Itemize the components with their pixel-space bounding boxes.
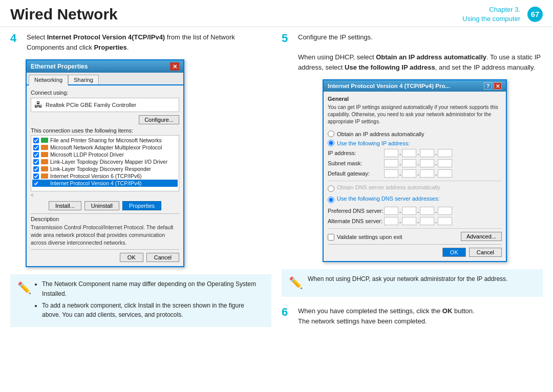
item-checkbox-1[interactable] (33, 138, 39, 143)
alternate-dns-input: . . . (384, 217, 452, 225)
ethernet-dialog-wrap: Ethernet Properties ✕ Networking Sharing… (26, 59, 271, 267)
alternate-dns-1[interactable] (384, 217, 398, 225)
advanced-btn[interactable]: Advanced... (461, 232, 502, 241)
ipv4-subnet-row: Subnet mask: . . . (328, 159, 502, 167)
ipv4-dialog-wrap: Internet Protocol Version 4 (TCP/IPv4) P… (287, 79, 543, 262)
subnet-octet-3[interactable] (420, 159, 434, 167)
controller-icon: 🖧 (34, 100, 42, 110)
list-item: Internet Protocol Version 6 (TCP/IPv6) (32, 172, 178, 180)
uninstall-btn[interactable]: Uninstall (84, 201, 119, 210)
preferred-dns-2[interactable] (402, 207, 416, 215)
alternate-dns-2[interactable] (402, 217, 416, 225)
item-icon-1 (41, 138, 48, 143)
subnet-label: Subnet mask: (328, 160, 384, 166)
item-label-2: Microsoft Network Adapter Multiplexor Pr… (50, 144, 162, 150)
ipv4-radio-auto-input[interactable] (328, 130, 334, 137)
ipv4-gateway-row: Default gateway: . . . (328, 169, 502, 178)
note-box-right: ✏️ When not using DHCP, ask your network… (282, 269, 543, 297)
item-checkbox-2[interactable] (33, 145, 39, 150)
ipv4-radio-auto-label: Obtain an IP address automatically (337, 131, 424, 137)
ipv4-dns-auto-input[interactable] (328, 185, 334, 192)
subnet-octet-2[interactable] (402, 159, 416, 167)
preferred-dns-4[interactable] (438, 207, 452, 215)
connect-row: 🖧 Realtek PCIe GBE Family Controller (31, 98, 179, 112)
chapter-label: Chapter 3. (489, 6, 520, 13)
ipv4-dns-manual-input[interactable] (328, 197, 334, 203)
step5-text1: Configure the IP settings. (298, 33, 373, 41)
step5-bold1: Obtain an IP address automatically (376, 53, 486, 61)
ip-octet-2[interactable] (402, 149, 416, 157)
ethernet-titlebar: Ethernet Properties ✕ (27, 60, 183, 73)
ethernet-tabs: Networking Sharing (27, 73, 183, 85)
note-item-1: The Network Component name may differ de… (42, 279, 264, 298)
step6-bold: OK (442, 307, 453, 315)
left-column: 4 Select Internet Protocol Version 4(TCP… (10, 32, 271, 333)
ethernet-tab-networking[interactable]: Networking (29, 75, 68, 85)
gateway-octet-2[interactable] (402, 169, 416, 178)
subnet-octet-1[interactable] (384, 159, 398, 167)
item-checkbox-5[interactable] (33, 166, 39, 172)
ip-input: . . . (384, 149, 452, 157)
step6-text2: The network settings have been completed… (298, 317, 427, 325)
ip-octet-3[interactable] (420, 149, 434, 157)
step4-num: 4 (10, 32, 22, 52)
chapter-info: Chapter 3. Using the computer 67 (462, 5, 543, 24)
ipv4-help-btn[interactable]: ? (484, 82, 492, 90)
ipv4-dns-manual-row: Use the following DNS server addresses: (328, 195, 502, 204)
ipv4-radio-manual-input[interactable] (328, 140, 334, 146)
item-checkbox-7[interactable] (33, 181, 39, 186)
ethernet-cancel-btn[interactable]: Cancel (146, 253, 179, 262)
ethernet-tab-sharing[interactable]: Sharing (68, 75, 99, 84)
validate-row: Validate settings upon exit (328, 234, 402, 241)
ipv4-close-btn[interactable]: ✕ (494, 82, 502, 90)
list-item: Link-Layer Topology Discovery Mapper I/O… (32, 158, 178, 165)
item-checkbox-6[interactable] (33, 173, 39, 179)
list-item: File and Printer Sharing for Microsoft N… (32, 137, 178, 144)
ipv4-titlebar: Internet Protocol Version 4 (TCP/IPv4) P… (324, 80, 506, 92)
ipv4-dialog: Internet Protocol Version 4 (TCP/IPv4) P… (323, 79, 507, 262)
ip-octet-1[interactable] (384, 149, 398, 157)
item-label-6: Internet Protocol Version 6 (TCP/IPv6) (50, 173, 142, 179)
ipv4-alternate-dns-row: Alternate DNS server: . . . (328, 217, 502, 225)
step5-num: 5 (282, 32, 293, 72)
page-title: Wired Network (10, 6, 118, 23)
step4-bold2: Properties (94, 43, 127, 51)
step5-block: 5 Configure the IP settings. When using … (282, 32, 543, 72)
preferred-dns-3[interactable] (420, 207, 434, 215)
desc-label: Description (31, 213, 179, 222)
gateway-octet-4[interactable] (438, 169, 452, 178)
ethernet-ok-btn[interactable]: OK (120, 253, 143, 262)
gateway-octet-1[interactable] (384, 169, 398, 178)
alternate-dns-3[interactable] (420, 217, 434, 225)
subnet-octet-4[interactable] (438, 159, 452, 167)
gateway-octet-3[interactable] (420, 169, 434, 178)
item-label-3: Microsoft LLDP Protocol Driver (50, 151, 124, 158)
chapter-sub: Using the computer (462, 15, 520, 23)
install-row: Install... Uninstall Properties (31, 201, 179, 210)
ipv4-divider2 (328, 228, 502, 229)
item-icon-5 (41, 166, 48, 171)
ipv4-cancel-btn[interactable]: Cancel (469, 248, 502, 257)
ipv4-dns-auto-row: Obtain DNS server address automatically (328, 184, 502, 193)
item-checkbox-4[interactable] (33, 159, 39, 165)
item-checkbox-3[interactable] (33, 152, 39, 158)
dns-auto-label: Obtain DNS server address automatically (337, 184, 440, 190)
ethernet-close-btn[interactable]: ✕ (170, 62, 179, 71)
alternate-dns-4[interactable] (438, 217, 452, 225)
ipv4-bottom-row: Validate settings upon exit Advanced... (328, 232, 502, 244)
properties-btn[interactable]: Properties (122, 201, 161, 210)
ipv4-ok-btn[interactable]: OK (442, 248, 466, 257)
note-text-left: The Network Component name may differ de… (35, 279, 264, 321)
step4-bold1: Internet Protocol Version 4(TCP/IPv4) (47, 33, 165, 41)
validate-checkbox[interactable] (328, 234, 334, 241)
ethernet-dialog-title: Ethernet Properties (31, 63, 88, 70)
ip-octet-4[interactable] (438, 149, 452, 157)
note-icon-left: ✏️ (17, 279, 30, 321)
note-text-right: When not using DHCP, ask your network ad… (308, 274, 507, 292)
configure-btn[interactable]: Configure... (139, 115, 179, 124)
ipv4-title: Internet Protocol Version 4 (TCP/IPv4) P… (328, 83, 450, 89)
ipv4-preferred-dns-row: Preferred DNS server: . . . (328, 207, 502, 215)
install-btn[interactable]: Install... (49, 201, 81, 210)
preferred-dns-label: Preferred DNS server: (328, 208, 384, 214)
preferred-dns-1[interactable] (384, 207, 398, 215)
